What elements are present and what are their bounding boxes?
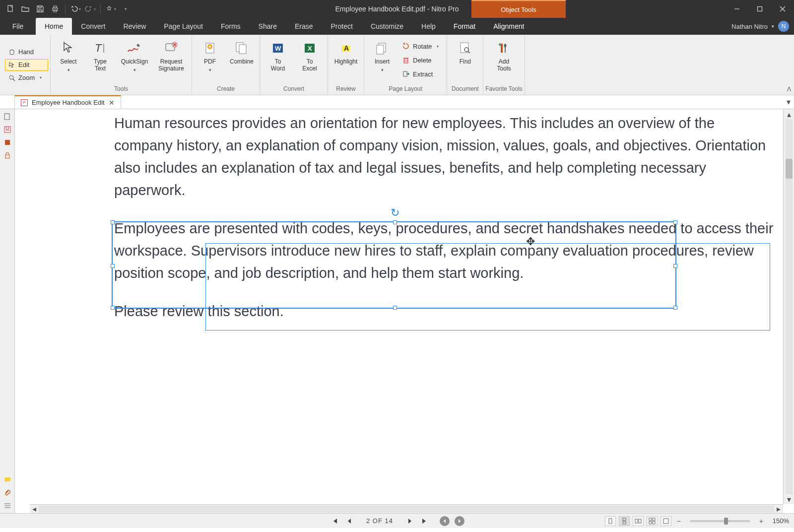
status-right: − + 150%: [605, 516, 789, 526]
request-signature-icon: [163, 40, 180, 57]
print-icon[interactable]: [49, 2, 62, 15]
combine-button[interactable]: Combine: [226, 37, 258, 82]
zoom-tool-button[interactable]: Zoom▾: [5, 72, 48, 84]
find-button[interactable]: Find: [449, 37, 481, 82]
resize-handle-sw[interactable]: [111, 306, 115, 310]
resize-handle-ne[interactable]: [673, 220, 677, 224]
view-continuous-button[interactable]: [619, 516, 630, 526]
insert-button[interactable]: Insert▾: [366, 37, 398, 82]
quicksign-button[interactable]: QuickSign▾: [116, 37, 153, 82]
redo-icon[interactable]: ▾: [84, 2, 97, 15]
page-area[interactable]: Human resources provides an orientation …: [15, 109, 794, 513]
select-button[interactable]: ISelect▾: [53, 37, 84, 82]
maximize-button[interactable]: [748, 0, 771, 18]
svg-rect-41: [5, 140, 10, 145]
first-page-button[interactable]: [330, 516, 339, 526]
view-facing-continuous-button[interactable]: [647, 516, 658, 526]
minimize-button[interactable]: [726, 0, 748, 18]
quicksign-icon: [126, 40, 143, 57]
nav-back-button[interactable]: [440, 516, 450, 526]
view-fullscreen-button[interactable]: [661, 516, 671, 526]
pdf-button[interactable]: PDF▾: [194, 37, 226, 82]
file-menu[interactable]: File: [0, 18, 36, 35]
add-tools-button[interactable]: +Add Tools: [488, 37, 520, 82]
close-tab-icon[interactable]: ✕: [109, 99, 115, 107]
delete-button[interactable]: Delete: [399, 54, 442, 66]
v-scroll-track[interactable]: [786, 119, 793, 494]
zoom-slider-knob[interactable]: [724, 518, 728, 525]
scroll-right-icon[interactable]: ▸: [774, 505, 783, 514]
nav-forward-button[interactable]: [455, 516, 464, 526]
tab-help[interactable]: Help: [412, 18, 445, 35]
resize-handle-nw[interactable]: [111, 220, 115, 224]
request-signature-button[interactable]: Request Signature: [153, 37, 190, 82]
type-text-button[interactable]: TType Text: [84, 37, 116, 82]
tab-convert[interactable]: Convert: [72, 18, 114, 35]
zoom-slider[interactable]: [690, 520, 750, 522]
zoom-out-button[interactable]: −: [674, 517, 683, 526]
tab-home[interactable]: Home: [36, 18, 72, 35]
qat-more-icon[interactable]: ▾: [119, 2, 132, 15]
tab-share[interactable]: Share: [250, 18, 286, 35]
output-panel-icon[interactable]: [3, 501, 12, 510]
zoom-in-button[interactable]: +: [757, 517, 766, 526]
close-button[interactable]: [771, 0, 794, 18]
comments-panel-icon[interactable]: [3, 475, 12, 484]
tab-forms[interactable]: Forms: [212, 18, 250, 35]
user-menu[interactable]: Nathan Nitro ▾ N: [731, 18, 789, 35]
rotate-handle-icon[interactable]: ↻: [391, 206, 399, 219]
tab-list-dropdown[interactable]: ▾: [783, 95, 794, 109]
ribbon-group-tools: ISelect▾ TType Text QuickSign▾ Request S…: [51, 35, 192, 95]
h-scroll-track[interactable]: [39, 506, 774, 513]
extract-button[interactable]: Extract: [399, 67, 442, 80]
ribbon-group-review: AHighlight Review: [328, 35, 364, 95]
tab-alignment[interactable]: Alignment: [484, 18, 533, 35]
resize-handle-w[interactable]: [111, 264, 115, 268]
view-facing-button[interactable]: [633, 516, 644, 526]
vertical-scrollbar[interactable]: ▴ ▾: [783, 109, 794, 504]
tab-page-layout[interactable]: Page Layout: [155, 18, 212, 35]
to-word-button[interactable]: WTo Word: [262, 37, 294, 82]
scroll-down-icon[interactable]: ▾: [784, 494, 794, 504]
tab-format[interactable]: Format: [445, 18, 484, 35]
rotate-button[interactable]: Rotate▾: [399, 40, 442, 53]
scroll-left-icon[interactable]: ◂: [30, 505, 39, 514]
open-icon[interactable]: [19, 2, 32, 15]
edit-tool-button[interactable]: Edit: [5, 59, 48, 71]
tab-protect[interactable]: Protect: [322, 18, 362, 35]
svg-rect-5: [758, 7, 762, 11]
pages-panel-icon[interactable]: [3, 112, 12, 121]
horizontal-scrollbar[interactable]: ◂ ▸: [30, 504, 783, 513]
page-indicator: 2 OF 14: [366, 517, 393, 525]
to-excel-button[interactable]: XTo Excel: [294, 37, 326, 82]
svg-rect-53: [653, 518, 655, 521]
document-tab[interactable]: P Employee Handbook Edit ✕: [15, 95, 121, 109]
svg-rect-2: [54, 6, 57, 8]
attachments-panel-icon[interactable]: [3, 488, 12, 497]
pdf-icon: [201, 40, 218, 57]
scroll-up-icon[interactable]: ▴: [784, 109, 794, 119]
new-doc-icon[interactable]: [4, 2, 17, 15]
tab-erase[interactable]: Erase: [286, 18, 322, 35]
tab-customize[interactable]: Customize: [362, 18, 412, 35]
prev-page-button[interactable]: [344, 516, 354, 526]
last-page-button[interactable]: [420, 516, 430, 526]
highlight-button[interactable]: AHighlight: [330, 37, 362, 82]
security-panel-icon[interactable]: [3, 151, 12, 160]
qat-customize-icon[interactable]: ▾: [104, 2, 117, 15]
layers-panel-icon[interactable]: [3, 138, 12, 147]
save-icon[interactable]: [34, 2, 47, 15]
resize-handle-n[interactable]: [393, 220, 397, 224]
collapse-ribbon-icon[interactable]: ᐱ: [787, 86, 791, 93]
svg-point-8: [9, 75, 13, 79]
zoom-level: 150%: [773, 517, 789, 525]
hand-tool-button[interactable]: Hand: [5, 46, 48, 58]
v-scroll-thumb[interactable]: [786, 159, 793, 179]
tab-review[interactable]: Review: [114, 18, 155, 35]
undo-icon[interactable]: ▾: [69, 2, 82, 15]
next-page-button[interactable]: [405, 516, 415, 526]
highlight-icon: A: [337, 40, 354, 57]
bookmarks-panel-icon[interactable]: [3, 125, 12, 134]
view-single-button[interactable]: [605, 516, 616, 526]
ribbon-group-favorite: +Add Tools Favorite Tools: [483, 35, 525, 95]
